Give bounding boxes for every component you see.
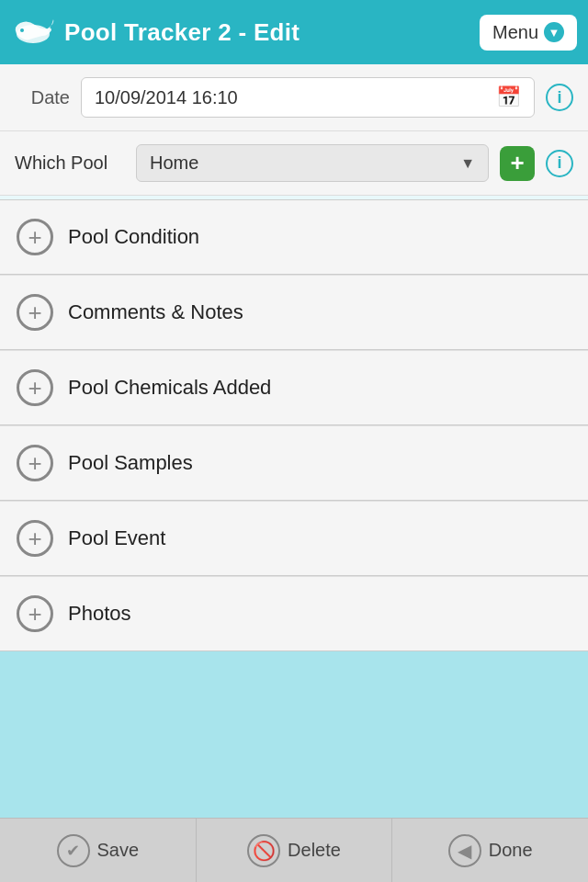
date-label: Date	[15, 87, 70, 108]
sections-container: + Pool Condition + Comments & Notes + Po…	[0, 199, 588, 651]
section-pool-samples[interactable]: + Pool Samples	[0, 425, 588, 501]
done-label: Done	[489, 840, 533, 861]
svg-point-1	[20, 28, 24, 32]
date-info-button[interactable]: i	[546, 84, 573, 111]
section-comments-notes[interactable]: + Comments & Notes	[0, 275, 588, 350]
pool-select[interactable]: Home ▼	[136, 144, 489, 182]
menu-button[interactable]: Menu ▼	[480, 15, 577, 51]
pool-row-label: Which Pool	[15, 153, 125, 174]
date-value-box[interactable]: 10/09/2014 16:10 📅	[81, 77, 535, 118]
section-label-samples: Pool Samples	[68, 451, 193, 475]
pool-row: Which Pool Home ▼ + i	[0, 131, 588, 196]
done-back-icon: ◀	[448, 834, 481, 867]
date-row: Date 10/09/2014 16:10 📅 i	[0, 64, 588, 131]
plus-circle-icon: +	[17, 369, 53, 406]
dolphin-icon	[11, 14, 55, 51]
app-title: Pool Tracker 2 - Edit	[64, 18, 300, 47]
plus-circle-icon: +	[17, 294, 53, 331]
date-value: 10/09/2014 16:10	[95, 87, 238, 108]
delete-button[interactable]: 🚫 Delete	[197, 819, 393, 882]
section-label-chemicals: Pool Chemicals Added	[68, 376, 271, 400]
app-header: Pool Tracker 2 - Edit Menu ▼	[0, 0, 588, 64]
plus-circle-icon: +	[17, 219, 53, 255]
section-pool-condition[interactable]: + Pool Condition	[0, 199, 588, 275]
save-label: Save	[97, 840, 140, 861]
done-button[interactable]: ◀ Done	[392, 819, 588, 882]
section-pool-event[interactable]: + Pool Event	[0, 501, 588, 576]
menu-chevron-icon: ▼	[544, 22, 564, 42]
footer: ✔ Save 🚫 Delete ◀ Done	[0, 818, 588, 882]
empty-area	[0, 651, 588, 826]
plus-circle-icon: +	[17, 595, 53, 632]
section-label-event: Pool Event	[68, 526, 165, 550]
main-content: Date 10/09/2014 16:10 📅 i Which Pool Hom…	[0, 64, 588, 818]
save-check-icon: ✔	[57, 834, 90, 867]
section-pool-chemicals[interactable]: + Pool Chemicals Added	[0, 350, 588, 425]
section-label-comments: Comments & Notes	[68, 300, 243, 324]
menu-label: Menu	[492, 22, 538, 43]
delete-label: Delete	[288, 840, 341, 861]
add-pool-button[interactable]: +	[500, 146, 535, 181]
pool-info-button[interactable]: i	[546, 150, 573, 177]
plus-circle-icon: +	[17, 445, 53, 481]
section-photos[interactable]: + Photos	[0, 576, 588, 651]
plus-circle-icon: +	[17, 520, 53, 557]
delete-icon: 🚫	[247, 834, 280, 867]
save-button[interactable]: ✔ Save	[0, 819, 197, 882]
section-label-pool-condition: Pool Condition	[68, 225, 199, 249]
dropdown-arrow-icon: ▼	[460, 155, 475, 172]
section-list: + Pool Condition + Comments & Notes + Po…	[0, 199, 588, 826]
calendar-icon: 📅	[496, 85, 521, 109]
header-left: Pool Tracker 2 - Edit	[11, 14, 300, 51]
pool-selected-value: Home	[150, 153, 198, 174]
section-label-photos: Photos	[68, 602, 131, 626]
